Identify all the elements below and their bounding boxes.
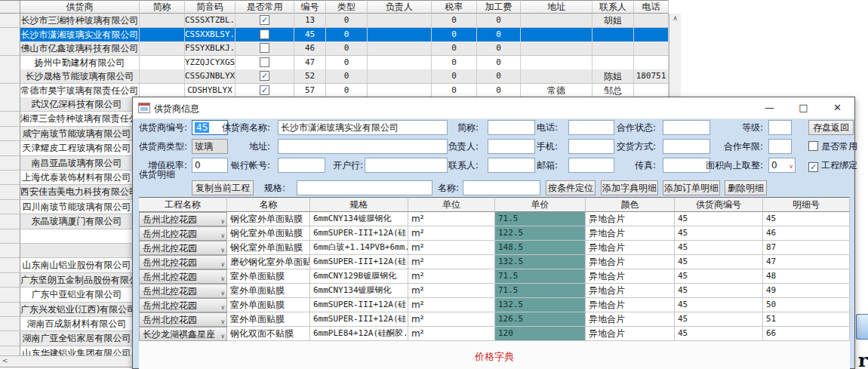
grid-cell[interactable]: 132.5 — [495, 298, 586, 312]
grid-cell[interactable]: 120 — [495, 327, 586, 341]
name-filter-input[interactable] — [463, 180, 540, 195]
grid-cell[interactable]: 异地合片 — [586, 241, 675, 255]
cell-fee[interactable]: 0 — [477, 56, 521, 70]
chevron-down-icon[interactable]: ∨ — [220, 258, 225, 269]
cell-abbr[interactable] — [140, 14, 185, 28]
chevron-down-icon[interactable]: ∨ — [220, 229, 225, 241]
checkbox-checked-icon[interactable]: ✓ — [260, 15, 269, 25]
row-header[interactable] — [0, 303, 20, 317]
checkbox-checked-icon[interactable]: ✓ — [260, 71, 269, 81]
grid-cell[interactable]: 45 — [675, 312, 763, 327]
supplier-list-item[interactable]: 天津耀皮工程玻璃有限公司 — [20, 141, 133, 155]
checkbox-checked-icon[interactable]: ✓ — [260, 85, 269, 95]
grid-cell[interactable]: m² — [408, 269, 495, 284]
bank_account-field[interactable] — [278, 158, 325, 173]
supplier-list-item[interactable]: 湘潭三金特种玻璃有限责任公司 — [20, 112, 133, 126]
cell-code[interactable]: YZZQJCYXGS — [185, 56, 235, 70]
add-order-detail-button[interactable]: 添加订单明细 — [663, 180, 720, 195]
row-header[interactable] — [0, 156, 20, 171]
scroll-left-icon[interactable]: < — [0, 356, 10, 365]
cell-abbr[interactable] — [140, 56, 185, 70]
row-header[interactable] — [0, 127, 20, 141]
cell-common[interactable] — [235, 28, 294, 42]
supplier-list-item[interactable] — [20, 229, 133, 244]
grid-cell[interactable]: 6mmSUPER-III+12A(硅.. — [310, 255, 408, 269]
grid-cell[interactable]: 71.5 — [495, 212, 586, 226]
suppliers-table-vscrollbar[interactable]: ∧ — [669, 14, 681, 97]
cell-phone[interactable] — [634, 56, 669, 70]
grid-cell[interactable]: m² — [408, 226, 495, 241]
grid-cell[interactable]: m² — [408, 241, 495, 255]
grid-cell[interactable]: 钢化双面不贴膜 — [227, 327, 310, 341]
cell-manager[interactable] — [368, 28, 432, 42]
project-combo-cell[interactable]: 岳州北控花园∨ — [139, 284, 227, 298]
cell-code[interactable]: CSSGJNBLYXGS — [185, 69, 235, 84]
checkbox-checked-icon[interactable]: ✓ — [808, 162, 818, 172]
project-combo-cell[interactable]: 岳州北控花园∨ — [139, 255, 227, 269]
cell-rowhdr[interactable] — [0, 28, 20, 42]
cell-contact[interactable] — [593, 28, 634, 42]
cell-abbr[interactable] — [140, 42, 185, 56]
cell-common[interactable] — [235, 42, 294, 56]
grid-cell[interactable]: m² — [408, 284, 495, 298]
cell-phone[interactable] — [634, 28, 669, 42]
project-combo-cell[interactable]: 岳州北控花园∨ — [139, 212, 227, 226]
grid-cell[interactable]: m² — [408, 312, 495, 327]
grade-field[interactable] — [768, 120, 792, 135]
row-header[interactable] — [0, 244, 20, 258]
cell-manager[interactable] — [368, 14, 432, 28]
grid-cell[interactable]: 148.5 — [495, 241, 586, 255]
grid-cell[interactable]: 6mmCNY134镀膜钢化 — [310, 284, 408, 298]
save-return-button[interactable]: 存盘返回 — [808, 120, 854, 135]
row-header[interactable] — [0, 229, 20, 244]
grid-cell[interactable]: 室外单面贴膜 — [227, 284, 310, 298]
grid-cell[interactable]: 50 — [763, 298, 850, 312]
maximize-icon[interactable]: □ — [786, 97, 820, 118]
project-combo-cell[interactable]: 岳州北控花园∨ — [139, 226, 227, 241]
common-use-checkbox[interactable]: 是否常用 — [808, 139, 857, 154]
row-header[interactable] — [0, 200, 20, 214]
cell-addr[interactable] — [521, 56, 593, 70]
cell-contact[interactable]: 陈姐 — [593, 69, 634, 84]
grid-cell[interactable]: 6mmCNY134镀膜钢化 — [310, 212, 408, 226]
grid-cell[interactable]: 46 — [763, 226, 850, 241]
checkbox-unchecked-icon[interactable] — [260, 43, 269, 53]
grid-cell[interactable]: 87 — [763, 241, 850, 255]
cell-fee[interactable]: 0 — [477, 28, 521, 42]
cell-common[interactable]: ✓ — [235, 14, 294, 28]
cell-manager[interactable] — [368, 42, 432, 56]
project-combo-cell[interactable]: 岳州北控花园∨ — [139, 269, 227, 284]
grid-cell[interactable]: 6mmPLE84+12A(硅酮胶.. — [310, 327, 408, 341]
grid-cell[interactable]: 室外单面贴膜 — [227, 298, 310, 312]
cell-manager[interactable] — [368, 69, 432, 84]
grid-cell[interactable]: 45 — [675, 255, 763, 269]
cell-no[interactable]: 46 — [294, 42, 326, 56]
add-dictionary-detail-button[interactable]: 添加字典明细 — [601, 180, 658, 195]
project-combo-cell[interactable]: 岳州北控花园∨ — [139, 312, 227, 327]
cell-abbr[interactable] — [140, 69, 185, 84]
grid-cell[interactable]: 45 — [675, 298, 763, 312]
cell-code[interactable]: CSSXXBLSY.. — [185, 28, 235, 42]
cell-common[interactable]: ✓ — [235, 84, 294, 98]
chevron-down-icon[interactable]: ∨ — [220, 287, 225, 298]
cell-type[interactable]: 0 — [326, 28, 368, 42]
row-header[interactable] — [0, 214, 20, 229]
grid-cell[interactable]: 45 — [675, 284, 763, 298]
row-header[interactable] — [0, 273, 20, 288]
cell-name[interactable]: 长沙市三湘特种玻璃有限公司 — [20, 14, 140, 28]
cell-phone[interactable] — [634, 84, 669, 98]
checkbox-unchecked-icon[interactable] — [260, 29, 269, 39]
grid-cell[interactable]: 钢化室外单面贴膜 — [227, 212, 310, 226]
project-combo-cell[interactable]: 长沙龙湖祺鑫星座∨ — [139, 327, 227, 341]
spec-filter-input[interactable] — [297, 180, 432, 195]
cell-phone[interactable]: 180751 — [634, 69, 669, 84]
cell-phone[interactable] — [634, 42, 669, 56]
coop_years-field[interactable] — [768, 139, 792, 154]
cell-no[interactable]: 47 — [294, 56, 326, 70]
grid-cell[interactable]: 66 — [763, 327, 850, 341]
grid-cell[interactable]: m² — [408, 298, 495, 312]
checkbox-unchecked-icon[interactable] — [808, 141, 818, 151]
supplier-list-item[interactable]: 广东中亚铝业有限公司 — [20, 288, 133, 302]
cell-manager[interactable] — [368, 56, 432, 70]
row-header[interactable] — [0, 185, 20, 199]
